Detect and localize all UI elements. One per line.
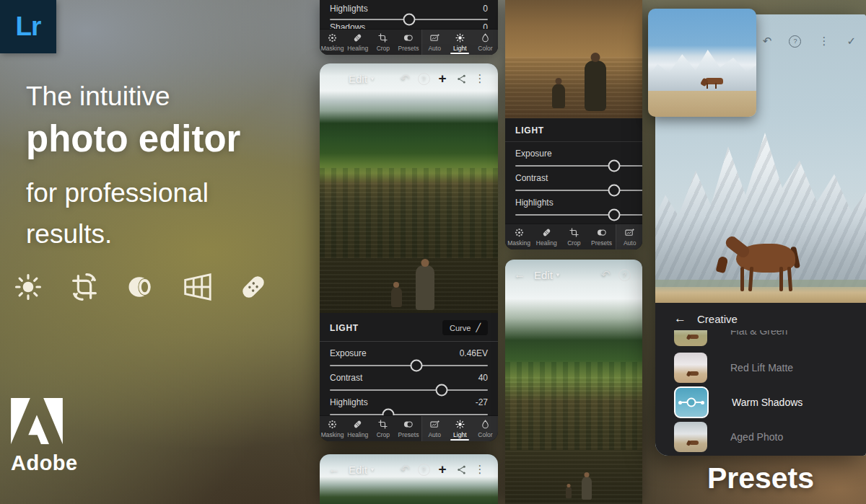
phone-side-bottom: ← Edit▾ ↶ ? bbox=[505, 260, 642, 504]
contrast-slider[interactable] bbox=[330, 389, 488, 391]
contrast-slider[interactable] bbox=[515, 190, 642, 191]
geometry-feature-icon bbox=[179, 268, 215, 306]
toolbar-auto[interactable]: Auto bbox=[422, 416, 447, 441]
more-icon[interactable]: ⋮ bbox=[818, 35, 829, 48]
toolbar-healing[interactable]: Healing bbox=[533, 224, 560, 249]
help-icon[interactable]: ? bbox=[789, 35, 801, 48]
child-figure bbox=[391, 287, 402, 307]
edit-dropdown[interactable]: Edit▾ bbox=[349, 464, 374, 476]
preset-thumbnail-selected bbox=[674, 386, 709, 418]
slider-knob[interactable] bbox=[411, 360, 423, 372]
undo-icon[interactable]: ↶ bbox=[395, 463, 414, 476]
highlights-label: Highlights bbox=[330, 397, 368, 407]
phone-top-cut-panel: Highlights 0 Shadows 0 Masking Healing C… bbox=[320, 0, 498, 55]
highlights-slider[interactable] bbox=[515, 214, 642, 216]
toolbar-crop[interactable]: Crop bbox=[370, 416, 395, 441]
edit-dropdown[interactable]: Edit▾ bbox=[349, 73, 374, 85]
woman-figure bbox=[582, 477, 592, 500]
toolbar-crop[interactable]: Crop bbox=[560, 224, 587, 249]
lake-photo: ← Edit▾ ↶ ? bbox=[505, 260, 642, 504]
chevron-down-icon: ▾ bbox=[556, 271, 560, 278]
exposure-slider[interactable] bbox=[330, 365, 488, 366]
highlights-slider[interactable] bbox=[330, 19, 488, 20]
edit-toolbar: Masking Healing Crop Presets Auto Light … bbox=[320, 415, 498, 441]
healing-icon bbox=[352, 419, 363, 430]
toolbar-light[interactable]: Light bbox=[447, 30, 473, 55]
toolbar-auto[interactable]: Auto bbox=[422, 30, 447, 55]
toolbar-crop[interactable]: Crop bbox=[370, 30, 395, 55]
share-icon[interactable] bbox=[452, 73, 471, 85]
chevron-down-icon: ▾ bbox=[371, 466, 375, 473]
highlights-label: Highlights bbox=[330, 4, 368, 14]
toolbar-color[interactable]: Color bbox=[473, 416, 498, 441]
adobe-logo: Adobe bbox=[11, 398, 78, 475]
toolbar-masking[interactable]: Masking bbox=[505, 224, 533, 249]
slider-knob[interactable] bbox=[403, 14, 415, 26]
headline-line-1: The intuitive bbox=[26, 81, 240, 112]
slider-knob[interactable] bbox=[608, 160, 620, 172]
toolbar-healing[interactable]: Healing bbox=[345, 416, 370, 441]
help-icon[interactable]: ? bbox=[414, 464, 433, 476]
undo-icon[interactable]: ↶ bbox=[763, 35, 772, 48]
toolbar-masking[interactable]: Masking bbox=[320, 416, 345, 441]
share-icon[interactable] bbox=[452, 464, 471, 476]
lightroom-app-icon: Lr bbox=[0, 0, 56, 53]
photo-thumbnail[interactable] bbox=[648, 9, 756, 117]
back-icon[interactable]: ← bbox=[514, 268, 525, 281]
highlights-value: -27 bbox=[476, 397, 488, 407]
toolbar-healing[interactable]: Healing bbox=[345, 30, 370, 55]
toolbar-presets[interactable]: Presets bbox=[395, 30, 421, 55]
edit-header: Edit▾ ↶ ? + ⋮ bbox=[320, 63, 498, 94]
water-ripples bbox=[505, 377, 642, 504]
slider-knob[interactable] bbox=[608, 209, 620, 221]
toolbar-color[interactable]: Color bbox=[473, 30, 498, 55]
preset-item-red-lift-matte[interactable]: Red Lift Matte bbox=[674, 353, 859, 383]
presets-icon bbox=[596, 227, 607, 238]
preset-item-aged-photo[interactable]: Aged Photo bbox=[674, 422, 859, 452]
exposure-slider[interactable] bbox=[515, 165, 642, 167]
water-ripples bbox=[320, 183, 498, 313]
masking-icon bbox=[327, 419, 338, 430]
toolbar-presets[interactable]: Presets bbox=[395, 416, 421, 441]
help-icon[interactable]: ? bbox=[414, 73, 433, 85]
more-icon[interactable]: ⋮ bbox=[471, 72, 489, 85]
preset-item-warm-shadows[interactable]: Warm Shadows bbox=[674, 387, 859, 417]
light-icon bbox=[455, 419, 465, 430]
edit-header: ← Edit▾ ↶ ? bbox=[505, 260, 642, 290]
check-icon[interactable]: ✓ bbox=[847, 35, 856, 48]
crop-icon bbox=[377, 419, 388, 430]
slider-knob[interactable] bbox=[608, 185, 620, 197]
auto-icon bbox=[429, 419, 440, 430]
presets-panel-header: ← Creative bbox=[655, 303, 866, 330]
horse bbox=[704, 78, 723, 84]
undo-icon[interactable]: ↶ bbox=[596, 268, 615, 281]
undo-icon[interactable]: ↶ bbox=[395, 72, 414, 85]
toolbar-presets[interactable]: Presets bbox=[587, 224, 615, 249]
contrast-label: Contrast bbox=[515, 173, 548, 183]
phone-side-top: LIGHT Exposure Contrast Highlights Shado… bbox=[505, 0, 642, 249]
presets-panel: ← Creative Flat & Green Red Lift Matte W… bbox=[655, 303, 866, 456]
back-icon[interactable]: ← bbox=[328, 463, 340, 476]
toolbar-masking[interactable]: Masking bbox=[320, 30, 345, 55]
add-icon[interactable]: + bbox=[433, 461, 452, 477]
curve-icon: ╱ bbox=[476, 323, 481, 332]
lens-feature-icon bbox=[123, 268, 159, 306]
curve-button[interactable]: Curve╱ bbox=[442, 320, 488, 335]
toolbar-light[interactable]: Light bbox=[447, 416, 473, 441]
lake-photo: Edit▾ ↶ ? + ⋮ bbox=[320, 63, 498, 313]
presets-icon bbox=[403, 32, 414, 43]
phone-main-edit: Edit▾ ↶ ? + ⋮ LIGHT Curve╱ Exposure 0.46… bbox=[320, 63, 498, 441]
help-icon[interactable]: ? bbox=[615, 269, 634, 281]
edit-dropdown[interactable]: Edit▾ bbox=[534, 269, 559, 281]
more-icon[interactable]: ⋮ bbox=[471, 463, 489, 476]
contrast-value: 40 bbox=[478, 373, 488, 383]
slider-knob[interactable] bbox=[436, 384, 448, 397]
healing-feature-icon bbox=[235, 268, 271, 306]
child-figure bbox=[566, 487, 572, 498]
highlights-label: Highlights bbox=[515, 198, 554, 208]
add-icon[interactable]: + bbox=[433, 71, 452, 87]
lr-logo-text: Lr bbox=[16, 12, 41, 42]
back-icon[interactable]: ← bbox=[674, 311, 686, 326]
toolbar-auto[interactable]: Auto bbox=[616, 224, 642, 249]
healing-icon bbox=[352, 32, 363, 43]
